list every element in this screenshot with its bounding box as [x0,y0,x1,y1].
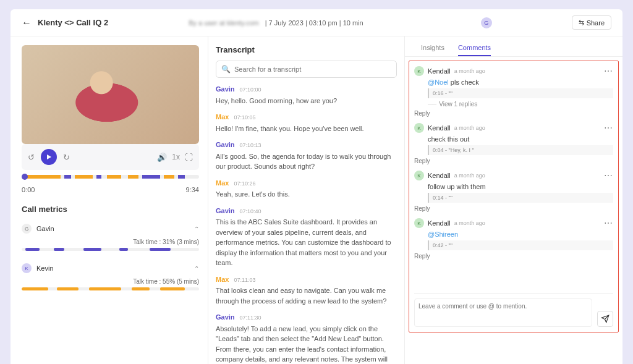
comments-panel: K Kendall a month ago ⋯ @Noel pls check … [409,61,619,332]
comment-author: Kendall [428,124,451,132]
reply-button[interactable]: Reply [414,158,613,164]
speaker-name: Kevin [36,265,189,272]
comment-quote[interactable]: 0:16 - "" [428,88,613,98]
comment-author: Kendall [428,219,451,227]
transcript-timestamp: 07:10:00 [240,87,261,93]
transcript-text: Yeah, sure. Let's do this. [216,189,397,200]
more-icon[interactable]: ⋯ [604,123,613,133]
transcript-line[interactable]: Gavin07:10:00Hey, hello. Good morning, h… [216,84,397,106]
transcript-line[interactable]: Gavin07:10:13All's good. So, the agenda … [216,140,397,172]
time-total: 9:34 [186,186,199,193]
video-controls: ↺ ↻ 🔊 1x ⛶ [22,144,199,170]
transcript-text: Hey, hello. Good morning, how are you? [216,96,397,106]
transcript-text: That looks clean and easy to navigate. C… [216,286,397,306]
transcript-timestamp: 07:10:40 [240,208,261,214]
play-button[interactable] [41,149,57,165]
comment: K Kendall a month ago ⋯ check this out 0… [414,123,613,164]
mention[interactable]: @Shireen [428,231,458,238]
call-metrics-title: Call metrics [22,205,199,214]
page-title: Klenty <> Call IQ 2 [38,18,108,27]
chevron-up-icon[interactable]: ⌃ [194,226,199,232]
comment: K Kendall a month ago ⋯ follow up with t… [414,171,613,212]
transcript-text: Absolutely! To add a new lead, you simpl… [216,324,397,365]
comment-avatar: K [414,123,424,133]
transcript-speaker: Gavin [216,85,235,93]
comment-input[interactable] [414,298,592,327]
more-icon[interactable]: ⋯ [604,66,613,76]
more-icon[interactable]: ⋯ [604,218,613,228]
volume-icon[interactable]: 🔊 [157,153,167,162]
comment-time: a month ago [454,172,485,179]
transcript-line[interactable]: Max07:10:26Yeah, sure. Let's do this. [216,178,397,200]
send-button[interactable] [597,311,613,327]
avatar[interactable]: G [481,17,492,28]
comment-time: a month ago [454,125,485,131]
transcript-speaker: Gavin [216,141,235,148]
transcript-speaker: Max [216,276,229,283]
transcript-line[interactable]: Max07:10:05Hello! I'm fine, thank you. H… [216,112,397,133]
tab-comments[interactable]: Comments [458,40,491,56]
timeline[interactable]: 0:00 9:34 [22,175,199,193]
share-icon: ⇆ [579,19,584,27]
chevron-up-icon[interactable]: ⌃ [194,265,199,272]
speed-label[interactable]: 1x [172,153,180,161]
transcript-title: Transcript [216,45,397,54]
transcript-speaker: Max [216,113,229,121]
comment-quote[interactable]: 0:14 - "" [428,193,613,203]
comment-quote[interactable]: 0:42 - "" [428,240,613,250]
talk-time: Talk time : 55% (5 mins) [22,278,199,285]
comment-time: a month ago [454,68,485,74]
comment-body: check this out [428,135,613,143]
transcript-timestamp: 07:10:05 [234,114,255,121]
transcript-speaker: Gavin [216,313,235,321]
reply-button[interactable]: Reply [414,110,613,117]
header: ← Klenty <> Call IQ 2 By a user at klent… [11,9,622,36]
talk-time: Talk time : 31% (3 mins) [22,239,199,245]
reply-button[interactable]: Reply [414,205,613,212]
reply-button[interactable]: Reply [414,253,613,260]
transcript-text: Hello! I'm fine, thank you. Hope you've … [216,124,397,134]
transcript-text: All's good. So, the agenda for today is … [216,151,397,172]
comment: K Kendall a month ago ⋯ @Shireen 0:42 - … [414,218,613,260]
more-icon[interactable]: ⋯ [604,171,613,180]
comment-avatar: K [414,171,424,180]
mention[interactable]: @Noel [428,78,449,86]
tab-insights[interactable]: Insights [421,40,444,56]
transcript-speaker: Gavin [216,207,235,214]
search-field[interactable] [234,66,391,73]
transcript-text: This is the ABC Sales Suite dashboard. I… [216,217,397,268]
view-replies[interactable]: ── View 1 replies [428,101,613,108]
back-icon[interactable]: ← [22,17,32,28]
comment-body: @Shireen [428,231,613,238]
transcript-timestamp: 07:10:13 [240,142,261,148]
share-button[interactable]: ⇆ Share [572,15,611,30]
speaker-avatar: K [22,263,32,273]
metric-speaker[interactable]: K Kevin ⌃ Talk time : 55% (5 mins) [22,260,199,290]
comment-body: follow up with them [428,183,613,190]
metric-speaker[interactable]: G Gavin ⌃ Talk time : 31% (3 mins) [22,220,199,251]
transcript-line[interactable]: Gavin07:11:30Absolutely! To add a new le… [216,312,397,364]
transcript-timestamp: 07:11:03 [234,277,255,283]
search-input[interactable]: 🔍 [216,61,397,78]
forward-icon[interactable]: ↻ [63,153,70,162]
header-date: 7 July 2023 [269,19,304,27]
comment: K Kendall a month ago ⋯ @Noel pls check … [414,66,613,117]
comment-avatar: K [414,66,424,76]
search-icon: 🔍 [221,65,231,74]
transcript-timestamp: 07:11:30 [240,315,261,321]
comment-author: Kendall [428,172,451,179]
fullscreen-icon[interactable]: ⛶ [185,153,193,162]
transcript-line[interactable]: Max07:11:03That looks clean and easy to … [216,274,397,307]
rewind-icon[interactable]: ↺ [28,153,35,162]
transcript-line[interactable]: Gavin07:10:40This is the ABC Sales Suite… [216,206,397,268]
speaker-name: Gavin [36,225,189,232]
header-duration: 10 min [343,19,363,27]
comment-quote[interactable]: 0:04 - "Hey, k. I " [428,145,613,155]
comment-time: a month ago [454,220,485,226]
header-time: 03:10 pm [309,19,338,27]
speaker-avatar: G [22,224,32,234]
comment-avatar: K [414,218,424,228]
time-current: 0:00 [22,186,35,193]
video-thumbnail[interactable] [22,45,199,144]
comment-body: @Noel pls check [428,78,613,86]
